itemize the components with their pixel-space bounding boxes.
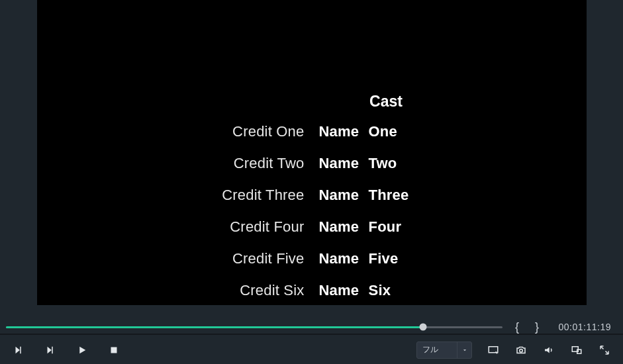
credit-name: Name Four [319, 220, 531, 234]
chevron-down-icon [461, 347, 468, 353]
credit-name: Name One [319, 124, 531, 139]
step-forward-icon [44, 344, 56, 356]
credit-role: Credit Four [93, 220, 305, 234]
preview-canvas[interactable]: Cast Credit One Name One Credit Two Name… [37, 0, 587, 305]
layout-icon [571, 344, 583, 356]
step-back-icon [13, 344, 24, 356]
speaker-icon [543, 344, 555, 356]
playback-right-group: フル [416, 341, 611, 359]
credit-role: Credit Two [93, 156, 305, 171]
credit-name: Name Three [319, 188, 531, 203]
credit-row: Credit Five Name Five [37, 251, 587, 266]
volume-button[interactable] [542, 343, 555, 357]
playback-left-group [12, 343, 120, 357]
progress-thumb[interactable] [420, 324, 427, 331]
quality-select[interactable]: フル [416, 341, 472, 359]
scrub-row: { } 00:01:11:19 [0, 320, 623, 334]
credit-role: Credit Six [93, 283, 305, 298]
mark-out-button[interactable]: } [532, 320, 542, 334]
credit-role: Credit One [93, 124, 305, 139]
credits-block: Cast Credit One Name One Credit Two Name… [37, 93, 587, 298]
credits-title-text: Cast [369, 93, 403, 111]
progress-fill [6, 326, 423, 328]
step-forward-button[interactable] [44, 343, 57, 357]
step-back-button[interactable] [12, 343, 25, 357]
layout-button[interactable] [570, 343, 583, 357]
play-button[interactable] [75, 343, 89, 357]
monitor-icon [487, 344, 499, 356]
stop-button[interactable] [107, 343, 120, 357]
credit-role: Credit Five [93, 251, 305, 266]
camera-icon [515, 344, 527, 356]
credit-row: Credit Two Name Two [37, 156, 587, 171]
credit-name: Name Two [319, 156, 531, 171]
credit-name: Name Five [319, 251, 531, 266]
credit-role: Credit Three [93, 188, 305, 203]
credit-row: Credit One Name One [37, 124, 587, 139]
preview-area: Cast Credit One Name One Credit Two Name… [0, 0, 623, 320]
credit-name: Name Six [319, 283, 531, 298]
timecode-display: 00:01:11:19 [551, 322, 611, 332]
fullscreen-button[interactable] [598, 343, 611, 357]
progress-bar[interactable] [6, 322, 503, 332]
credits-title: Cast [37, 93, 587, 111]
credit-row: Credit Four Name Four [37, 220, 587, 234]
quality-chevron [457, 342, 471, 358]
credits-list: Credit One Name One Credit Two Name Two … [37, 124, 587, 298]
play-icon [76, 344, 88, 356]
display-output-button[interactable] [487, 343, 500, 357]
credit-row: Credit Three Name Three [37, 188, 587, 203]
transport-controls: フル [0, 335, 623, 364]
svg-rect-0 [111, 347, 117, 353]
credit-row: Credit Six Name Six [37, 283, 587, 298]
fullscreen-icon [599, 344, 610, 356]
svg-point-2 [520, 349, 523, 352]
snapshot-button[interactable] [514, 343, 528, 357]
video-editor-preview: Cast Credit One Name One Credit Two Name… [0, 0, 623, 364]
mark-in-button[interactable]: { [512, 320, 522, 334]
stop-icon [108, 344, 120, 356]
quality-label: フル [422, 344, 438, 355]
